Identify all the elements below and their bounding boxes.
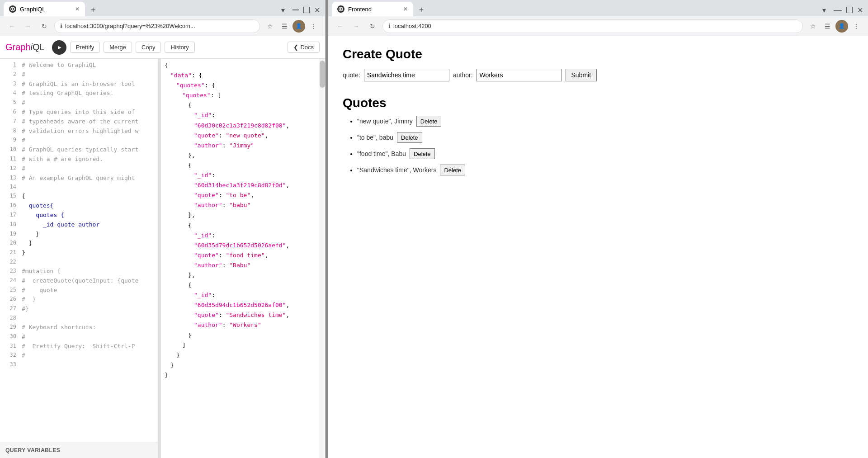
left-refresh-button[interactable]: ↻	[38, 20, 51, 33]
line-content: # testing GraphQL queries.	[22, 89, 154, 98]
line-number: 8	[4, 127, 16, 136]
code-line: 14	[0, 183, 158, 192]
right-back-button[interactable]: ←	[334, 20, 346, 33]
graphiql-tab[interactable]: GraphiQL ✕	[4, 2, 85, 16]
left-browser: GraphiQL ✕ + ▾ ✕ ← → ↻ ℹ localhost:3000/…	[0, 0, 326, 458]
code-line: 7# typeaheads aware of the current	[0, 117, 158, 127]
right-restore-btn[interactable]	[846, 7, 853, 13]
code-editor-content[interactable]: 1# Welcome to GraphiQL2#3# GraphiQL is a…	[0, 59, 158, 442]
left-minimize-btn[interactable]	[292, 9, 299, 10]
left-maximize-btn[interactable]	[303, 7, 310, 13]
frontend-tab[interactable]: Frontend ✕	[332, 2, 413, 16]
line-content: # GraphiQL is an in-browser tool	[22, 80, 154, 89]
line-number: 3	[4, 80, 16, 89]
result-line: {	[165, 100, 315, 110]
code-line: 13# An example GraphQL query might	[0, 174, 158, 183]
line-content: # createQuote(quoteInput: {quote	[22, 276, 154, 286]
delete-button[interactable]: Delete	[397, 132, 422, 143]
author-input[interactable]	[476, 69, 562, 81]
left-forward-button[interactable]: →	[22, 20, 34, 33]
prettify-button[interactable]: Prettify	[70, 42, 100, 53]
code-line: 2#	[0, 70, 158, 80]
right-minimize-btn[interactable]: —	[832, 6, 843, 14]
editor-area: 1# Welcome to GraphiQL2#3# GraphiQL is a…	[0, 59, 325, 458]
submit-button[interactable]: Submit	[566, 69, 597, 81]
right-bookmark-button[interactable]: ☆	[807, 20, 819, 33]
code-line: 3# GraphiQL is an in-browser tool	[0, 80, 158, 89]
left-nav-actions: ☆ ☰ 👤 ⋮	[264, 20, 320, 33]
line-content: # An example GraphQL query might	[22, 174, 154, 183]
result-line: "_id":	[165, 170, 315, 180]
left-back-button[interactable]: ←	[5, 20, 18, 33]
delete-button[interactable]: Delete	[416, 116, 442, 127]
right-menu-button[interactable]: ⋮	[850, 20, 863, 33]
delete-button[interactable]: Delete	[440, 165, 465, 175]
list-item: "Sandwiches time", WorkersDelete	[357, 165, 854, 175]
line-number: 33	[4, 360, 16, 369]
play-icon: ▶	[58, 45, 61, 50]
line-content: #	[22, 136, 154, 145]
right-nav-bar: ← → ↻ ℹ localhost:4200 ☆ ☰ 👤 ⋮	[328, 16, 868, 36]
docs-button[interactable]: ❮ Docs	[288, 42, 320, 53]
delete-button[interactable]: Delete	[410, 148, 435, 159]
line-number: 24	[4, 276, 16, 286]
line-content: #	[22, 70, 154, 80]
left-reading-list-button[interactable]: ☰	[278, 20, 291, 33]
docs-label: Docs	[300, 44, 314, 51]
left-new-tab-button[interactable]: +	[87, 4, 99, 16]
code-line: 33	[0, 360, 158, 369]
line-number: 1	[4, 61, 16, 70]
line-number: 5	[4, 98, 16, 108]
right-refresh-button[interactable]: ↻	[366, 20, 379, 33]
query-variables-bar[interactable]: QUERY VARIABLES	[0, 442, 158, 458]
line-content: #	[22, 351, 154, 360]
result-line: "data": {	[165, 71, 315, 80]
line-content: # }	[22, 295, 154, 304]
right-close-btn[interactable]: ✕	[856, 6, 864, 14]
quote-item: "food time", BabuDelete	[357, 148, 854, 159]
result-line: "author": "Workers"	[165, 320, 315, 330]
result-line: "quote": "Sandwiches time",	[165, 310, 315, 320]
graphiql-tab-close[interactable]: ✕	[75, 6, 80, 12]
right-profile-button[interactable]: 👤	[835, 20, 848, 33]
left-address-bar[interactable]: ℹ localhost:3000/graphql?query=%23%20Wel…	[54, 19, 260, 33]
merge-button[interactable]: Merge	[104, 42, 132, 53]
code-line: 29# Keyboard shortcuts:	[0, 323, 158, 332]
query-editor[interactable]: 1# Welcome to GraphiQL2#3# GraphiQL is a…	[0, 59, 158, 458]
right-url-text: localhost:4200	[393, 23, 797, 29]
run-button[interactable]: ▶	[52, 40, 66, 55]
quote-input[interactable]	[364, 69, 449, 81]
svg-marker-1	[12, 8, 14, 10]
result-scrollbar[interactable]	[319, 59, 325, 458]
right-new-tab-button[interactable]: +	[415, 4, 428, 16]
quotes-title: Quotes	[343, 96, 854, 110]
left-profile-button[interactable]: 👤	[292, 20, 305, 33]
left-tab-bar: GraphiQL ✕ + ▾ ✕	[0, 0, 325, 16]
right-nav-actions: ☆ ☰ 👤 ⋮	[807, 20, 863, 33]
code-line: 22	[0, 258, 158, 267]
line-content: #mutation {	[22, 267, 154, 276]
left-close-btn[interactable]: ✕	[313, 6, 321, 14]
line-number: 27	[4, 304, 16, 314]
quote-label: quote:	[343, 71, 360, 79]
line-number: 11	[4, 155, 16, 164]
right-tab-extra[interactable]: ▾	[818, 4, 830, 16]
query-variables-label: QUERY VARIABLES	[5, 447, 60, 453]
left-tab-extra[interactable]: ▾	[277, 4, 289, 16]
frontend-tab-close[interactable]: ✕	[403, 6, 408, 12]
code-line: 15{	[0, 192, 158, 201]
right-forward-button[interactable]: →	[350, 20, 363, 33]
left-bookmark-button[interactable]: ☆	[264, 20, 276, 33]
result-line: },	[165, 210, 315, 220]
code-line: 6# Type queries into this side of	[0, 108, 158, 117]
line-number: 14	[4, 183, 16, 192]
copy-button[interactable]: Copy	[136, 42, 161, 53]
line-number: 30	[4, 332, 16, 342]
json-result: {"data": {"quotes": {"quotes": [{"_id":"…	[161, 59, 319, 458]
create-quote-title: Create Quote	[343, 47, 854, 61]
history-button[interactable]: History	[165, 42, 194, 53]
code-line: 26# }	[0, 295, 158, 304]
right-address-bar[interactable]: ℹ localhost:4200	[382, 19, 803, 33]
left-menu-button[interactable]: ⋮	[307, 20, 320, 33]
right-reading-list-button[interactable]: ☰	[821, 20, 834, 33]
